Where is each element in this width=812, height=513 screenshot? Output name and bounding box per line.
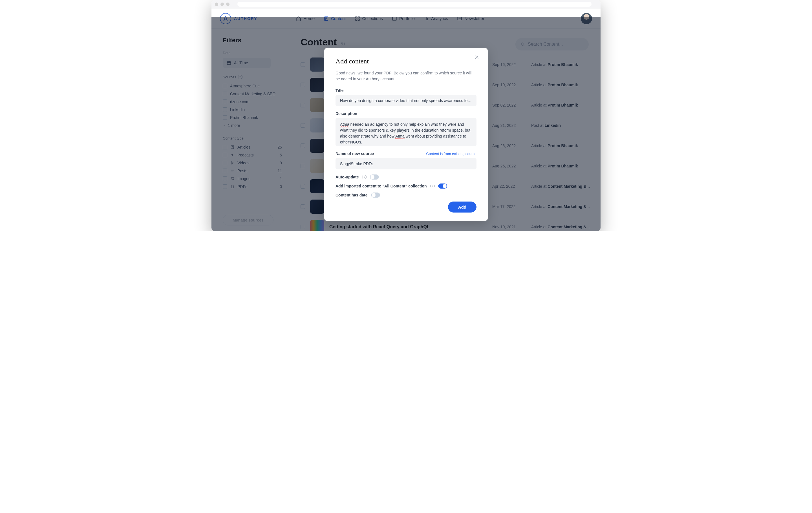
help-icon[interactable]: ? xyxy=(430,184,435,188)
all-content-label: Add imported content to "All Content" co… xyxy=(336,184,427,188)
modal-overlay: Add content Good news, we found your PDF… xyxy=(211,17,601,231)
add-button[interactable]: Add xyxy=(448,202,476,213)
title-label: Title xyxy=(336,88,476,93)
close-button[interactable] xyxy=(474,55,480,60)
auto-update-toggle[interactable] xyxy=(370,175,379,180)
has-date-toggle[interactable] xyxy=(371,192,380,198)
help-icon[interactable]: ? xyxy=(362,175,367,179)
existing-source-link[interactable]: Content is from existing source xyxy=(426,152,476,156)
has-date-label: Content has date xyxy=(336,193,368,197)
source-label: Name of new source Content is from exist… xyxy=(336,151,476,156)
auto-update-label: Auto-update xyxy=(336,175,359,179)
modal-intro: Good news, we found your PDF! Below you … xyxy=(336,70,476,82)
titlebar xyxy=(211,0,601,8)
window-dot xyxy=(226,3,230,6)
title-input[interactable] xyxy=(336,95,476,106)
add-content-modal: Add content Good news, we found your PDF… xyxy=(324,48,488,221)
window-dot xyxy=(221,3,224,6)
source-input[interactable] xyxy=(336,158,476,170)
all-content-toggle[interactable] xyxy=(438,183,447,188)
desc-label: Description xyxy=(336,111,476,116)
description-input[interactable]: Atma needed an ad agency to not only hel… xyxy=(340,121,472,139)
window-dot xyxy=(215,3,218,6)
modal-title: Add content xyxy=(336,58,476,65)
url-bar xyxy=(237,2,591,7)
